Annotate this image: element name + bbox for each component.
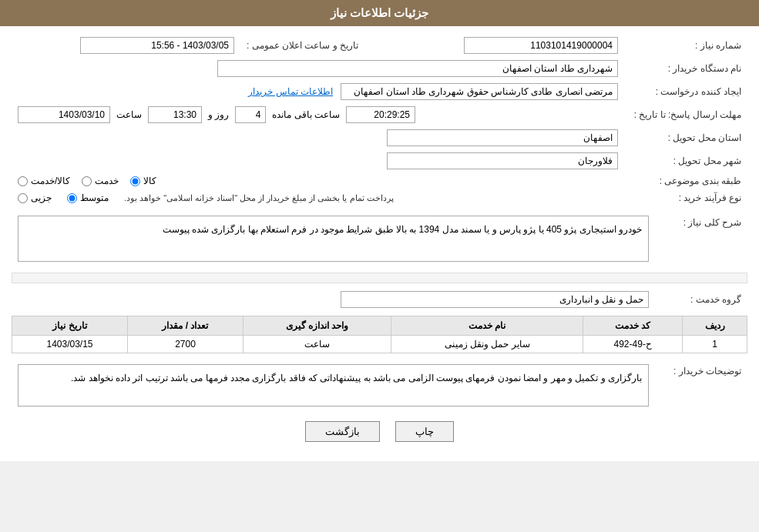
- category-row: طبقه بندی موضوعی : کالا/خدمت خدمت: [12, 172, 747, 189]
- deadline-value: 1403/03/10 ساعت 13:30 روز و 4 ساعت باقی …: [12, 103, 624, 126]
- announce-date-value: 1403/03/05 - 15:56: [12, 34, 240, 57]
- city-box: فلاورجان: [387, 152, 618, 169]
- contact-link[interactable]: اطلاعات تماس خریدار: [248, 86, 333, 97]
- requester-value: مرتضی انصاری طادی کارشناس حقوق شهرداری ط…: [12, 80, 624, 103]
- service-table-body: 1ح-49-492سایر حمل ونقل زمینیساعت27001403…: [12, 336, 747, 353]
- province-label: استان محل تحویل :: [624, 126, 747, 149]
- table-row: 1ح-49-492سایر حمل ونقل زمینیساعت27001403…: [12, 336, 747, 353]
- radio-kala-khadamat-label: کالا/خدمت: [31, 176, 70, 186]
- col-quantity: تعداد / مقدار: [128, 316, 243, 336]
- desc-table: شرح کلی نیاز : خودرو استیجاری پژو 405 یا…: [12, 212, 747, 265]
- radio-jozvi-label: جزیی: [31, 192, 52, 203]
- process-label: نوع فرآیند خرید :: [624, 189, 747, 206]
- province-row: استان محل تحویل : اصفهان: [12, 126, 747, 149]
- city-row: شهر محل تحویل : فلاورجان: [12, 149, 747, 172]
- need-number-box: 1103101419000004: [464, 37, 618, 54]
- buyer-notes-box: بارگزاری و تکمیل و مهر و امضا نمودن فرمه…: [18, 364, 649, 407]
- radio-kala-khadamat-input[interactable]: [18, 176, 28, 186]
- info-table: شماره نیاز : 1103101419000004 تاریخ و سا…: [12, 34, 747, 206]
- requester-label: ایجاد کننده درخواست :: [624, 80, 747, 103]
- service-group-box: حمل و نقل و انبارداری: [341, 291, 649, 308]
- service-group-row: گروه خدمت : حمل و نقل و انبارداری: [12, 288, 747, 311]
- radio-mottasat-label: متوسط: [80, 192, 109, 203]
- service-info-title: [12, 273, 747, 283]
- need-desc-value: خودرو استیجاری پژو 405 یا پژو پارس و یا …: [12, 212, 655, 265]
- service-table-header: ردیف کد خدمت نام خدمت واحد اندازه گیری ت…: [12, 316, 747, 336]
- requester-row: ایجاد کننده درخواست : مرتضی انصاری طادی …: [12, 80, 747, 103]
- radio-jozvi-input[interactable]: [18, 193, 28, 203]
- radio-mottasat[interactable]: متوسط: [67, 192, 109, 203]
- radio-kala-khadamat[interactable]: کالا/خدمت: [18, 176, 70, 186]
- col-date: تاریخ نیاز: [12, 316, 128, 336]
- requester-box: مرتضی انصاری طادی کارشناس حقوق شهرداری ط…: [341, 83, 618, 100]
- col-unit: واحد اندازه گیری: [243, 316, 391, 336]
- radio-jozvi[interactable]: جزیی: [18, 192, 52, 203]
- city-label: شهر محل تحویل :: [624, 149, 747, 172]
- deadline-day-label: روز و: [208, 109, 229, 120]
- page-title: جزئیات اطلاعات نیاز: [0, 0, 759, 26]
- main-content: شماره نیاز : 1103101419000004 تاریخ و سا…: [0, 26, 759, 461]
- province-box: اصفهان: [387, 129, 618, 146]
- page-wrapper: جزئیات اطلاعات نیاز شماره نیاز : 1103101…: [0, 0, 759, 461]
- category-label: طبقه بندی موضوعی :: [624, 172, 747, 189]
- radio-kala[interactable]: کالا: [130, 176, 156, 186]
- buyer-notes-value: بارگزاری و تکمیل و مهر و امضا نمودن فرمه…: [12, 361, 655, 410]
- buyer-notes-label: توضیحات خریدار :: [655, 361, 747, 410]
- buyer-name-box: شهرداری طاد استان اصفهان: [217, 60, 618, 77]
- deadline-remaining-box: 20:29:25: [346, 106, 415, 123]
- col-name: نام خدمت: [391, 316, 583, 336]
- deadline-label: مهلت ارسال پاسخ: تا تاریخ :: [624, 103, 747, 126]
- announce-date-box: 1403/03/05 - 15:56: [80, 37, 234, 54]
- category-value: کالا/خدمت خدمت کالا: [12, 172, 624, 189]
- service-group-table: گروه خدمت : حمل و نقل و انبارداری: [12, 288, 747, 311]
- buyer-name-label: نام دستگاه خریدار :: [624, 57, 747, 80]
- process-value: جزیی متوسط پرداخت تمام یا بخشی از مبلغ خ…: [12, 189, 624, 206]
- need-desc-label: شرح کلی نیاز :: [655, 212, 747, 265]
- col-row: ردیف: [683, 316, 747, 336]
- deadline-date-box: 1403/03/10: [18, 106, 110, 123]
- radio-mottasat-input[interactable]: [67, 193, 77, 203]
- print-button[interactable]: چاپ: [395, 421, 454, 442]
- process-row: نوع فرآیند خرید : جزیی متوسط پرداخت: [12, 189, 747, 206]
- need-desc-box: خودرو استیجاری پژو 405 یا پژو پارس و یا …: [18, 216, 649, 262]
- need-number-row: شماره نیاز : 1103101419000004 تاریخ و سا…: [12, 34, 747, 57]
- process-note: پرداخت تمام یا بخشی از مبلغ خریدار از مح…: [124, 193, 394, 203]
- buyer-notes-table: توضیحات خریدار : بارگزاری و تکمیل و مهر …: [12, 361, 747, 410]
- buyer-notes-row: توضیحات خریدار : بارگزاری و تکمیل و مهر …: [12, 361, 747, 410]
- deadline-row: مهلت ارسال پاسخ: تا تاریخ : 1403/03/10 س…: [12, 103, 747, 126]
- service-table-header-row: ردیف کد خدمت نام خدمت واحد اندازه گیری ت…: [12, 316, 747, 336]
- deadline-days-box: 4: [235, 106, 266, 123]
- radio-khadamat-input[interactable]: [82, 176, 92, 186]
- province-value: اصفهان: [12, 126, 624, 149]
- service-group-value: حمل و نقل و انبارداری: [12, 288, 655, 311]
- service-group-label: گروه خدمت :: [655, 288, 747, 311]
- col-code: کد خدمت: [583, 316, 683, 336]
- buyer-name-value: شهرداری طاد استان اصفهان: [12, 57, 624, 80]
- need-desc-row: شرح کلی نیاز : خودرو استیجاری پژو 405 یا…: [12, 212, 747, 265]
- radio-khadamat[interactable]: خدمت: [82, 176, 119, 186]
- buyer-name-row: نام دستگاه خریدار : شهرداری طاد استان اص…: [12, 57, 747, 80]
- need-number-value: 1103101419000004: [395, 34, 624, 57]
- announce-date-label: تاریخ و ساعت اعلان عمومی :: [240, 34, 364, 57]
- radio-khadamat-label: خدمت: [95, 176, 119, 186]
- need-number-label: شماره نیاز :: [624, 34, 747, 57]
- radio-kala-input[interactable]: [130, 176, 140, 186]
- back-button[interactable]: بازگشت: [305, 421, 380, 442]
- deadline-remaining-label: ساعت باقی مانده: [272, 109, 340, 120]
- header-title: جزئیات اطلاعات نیاز: [331, 6, 428, 19]
- city-value: فلاورجان: [12, 149, 624, 172]
- deadline-time-label: ساعت: [116, 109, 142, 120]
- radio-kala-label: کالا: [143, 176, 156, 186]
- service-table: ردیف کد خدمت نام خدمت واحد اندازه گیری ت…: [12, 316, 747, 353]
- buttons-row: چاپ بازگشت: [12, 421, 747, 442]
- deadline-time-box: 13:30: [148, 106, 202, 123]
